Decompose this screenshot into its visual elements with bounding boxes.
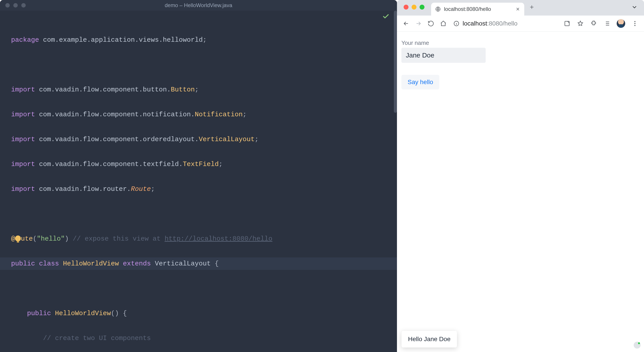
ide-dot-minimize[interactable] [13,3,18,8]
kw-package: package [11,36,39,44]
field-label: Your name [402,40,640,46]
svg-point-5 [634,25,636,26]
kw-extends: extends [123,260,151,267]
import-class: Notification [195,111,242,118]
kw-import: import [11,185,35,193]
import-path: com.vaadin.flow.component.textfield. [39,160,183,168]
brace: { [215,260,219,267]
ctor-name: HelloWorldView [55,310,111,317]
extensions-icon[interactable] [590,20,598,27]
import-class: TextField [183,160,219,168]
url-rest: :8080/hello [487,20,518,27]
import-path: com.vaadin.flow.component.orderedlayout. [39,136,199,143]
kw-public: public [11,260,35,267]
comment: // expose this view at [73,235,164,243]
browser-tabstrip: localhost:8080/hello [397,0,644,16]
ide-titlebar: demo – HelloWorldView.java [0,0,397,11]
home-button[interactable] [440,20,447,27]
code-block[interactable]: package com.example.application.views.he… [0,21,397,352]
new-tab-button[interactable] [526,2,537,13]
ide-dot-zoom[interactable] [21,3,26,8]
anno-at: @ [11,235,15,243]
globe-icon [435,6,441,12]
bookmark-icon[interactable] [576,20,584,27]
reload-button[interactable] [427,20,435,27]
import-class: Route [131,185,151,193]
pkg-name: com.example.application.views.helloworld [43,36,203,44]
class-name: HelloWorldView [63,260,119,267]
profile-avatar[interactable] [616,19,625,28]
comment: // create two UI components [43,334,151,342]
ide-traffic-lights [0,3,26,8]
svg-point-3 [634,21,636,22]
kw-import: import [11,160,35,168]
back-button[interactable] [402,20,410,27]
notification-toast: Hello Jane Doe [402,331,457,347]
reading-list-icon[interactable] [603,20,611,27]
ide-window: demo – HelloWorldView.java package com.e… [0,0,397,352]
ide-editor[interactable]: package com.example.application.views.he… [0,11,397,352]
import-class: Button [171,86,195,93]
browser-traffic-lights [404,5,424,10]
toast-text: Hello Jane Doe [408,335,450,342]
status-ok-icon [382,13,390,20]
url-host: localhost [462,20,487,27]
close-dot[interactable] [404,5,408,10]
comment-url[interactable]: http://localhost:8080/hello [164,235,272,243]
say-hello-button[interactable]: Say hello [402,75,439,90]
menu-icon[interactable] [631,20,639,27]
install-app-icon[interactable] [563,20,571,27]
import-path: com.vaadin.flow.component.button. [39,86,171,93]
minimize-dot[interactable] [412,5,416,10]
close-tab-icon[interactable] [516,7,520,12]
lightbulb-icon[interactable] [15,235,21,241]
import-class: VerticalLayout [199,136,254,143]
kw-public: public [27,310,51,317]
browser-tab[interactable]: localhost:8080/hello [431,3,524,16]
anno-name: ute [21,235,33,243]
editor-scrollbar[interactable] [394,11,397,113]
page-content: Your name Say hello Hello Jane Doe [397,32,644,352]
svg-point-7 [638,342,640,344]
import-path: com.vaadin.flow.component.notification. [39,111,195,118]
devtools-badge-icon[interactable] [633,341,641,349]
import-path: com.vaadin.flow.router. [39,185,131,193]
ide-title: demo – HelloWorldView.java [0,2,397,9]
kw-import: import [11,111,35,118]
tab-title: localhost:8080/hello [444,6,491,12]
kw-import: import [11,86,35,93]
tab-search-icon[interactable] [631,4,638,11]
name-input[interactable] [402,48,486,63]
site-info-icon[interactable] [453,21,460,27]
browser-window: localhost:8080/hello [397,0,644,352]
kw-class: class [39,260,59,267]
address-bar[interactable]: localhost:8080/hello [453,20,518,27]
class-super: VerticalLayout [155,260,211,267]
kw-import: import [11,136,35,143]
anno-arg: "hello" [37,235,65,243]
ctor-sig: () { [111,310,127,317]
browser-toolbar: localhost:8080/hello [397,16,644,32]
svg-point-4 [634,23,636,24]
ide-dot-close[interactable] [5,3,10,8]
zoom-dot[interactable] [420,5,424,10]
forward-button[interactable] [415,20,422,27]
